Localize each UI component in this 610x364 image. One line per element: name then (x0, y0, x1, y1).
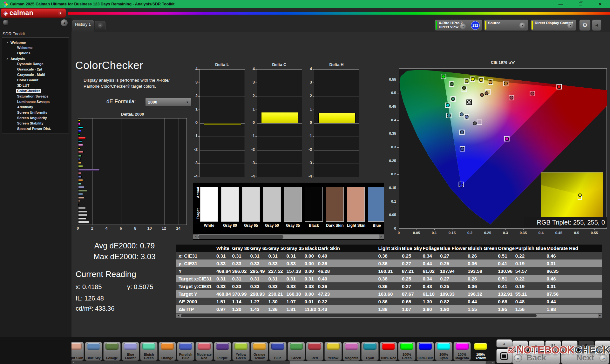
table-cell: 0.33 (286, 282, 304, 290)
record-button[interactable]: ● (595, 340, 610, 351)
close-button[interactable]: × (590, 0, 610, 8)
minimize-button[interactable]: — (551, 0, 571, 8)
sidebar-item-grayscale-multi[interactable]: Grayscale - Multi (2, 72, 69, 78)
collapse-panel-button[interactable]: ▲ (496, 339, 512, 347)
settings-button[interactable]: ⚙ (579, 19, 591, 31)
table-header: Gray 80 (231, 245, 249, 252)
patch-100-cyan[interactable]: 100% Cyan (435, 342, 452, 361)
patch-purplish-blue[interactable]: Purplish Blue (177, 342, 194, 361)
back-button[interactable]: « Back (512, 352, 560, 364)
sidebar-item-color-gamut[interactable]: Color Gamut (2, 78, 69, 83)
sidebar-item-screen-uniformity[interactable]: Screen Uniformity (2, 110, 69, 115)
continuous-button[interactable]: ∞ (562, 340, 578, 351)
tick-mark (397, 93, 399, 93)
patch-100-magenta[interactable]: 100% Magenta (453, 342, 471, 361)
meter-status-bar (436, 21, 437, 30)
stop-button[interactable]: ■ (512, 340, 528, 351)
chevron-down-icon[interactable]: ▼ (519, 23, 525, 29)
chevron-double-right-icon: » (600, 354, 607, 362)
patch-foliage[interactable]: Foliage (103, 342, 121, 361)
scroll-right-icon[interactable]: ► (598, 313, 602, 318)
patch-blue-sky[interactable]: Blue Sky (85, 342, 102, 361)
patch-orange[interactable]: Orange (159, 342, 176, 361)
scroll-right-icon[interactable]: ► (379, 234, 384, 239)
add-tab-button[interactable]: + (95, 21, 105, 30)
meter-dropdown[interactable]: X-Rite i1Pro 2Direct View ▼ 232 (435, 19, 482, 31)
sidebar-item-screen-stability[interactable]: Screen Stability (2, 121, 69, 126)
sidebar-item-welcome[interactable]: Welcome (2, 45, 69, 51)
sidebar-collapse-icon[interactable]: ◄ (61, 19, 68, 26)
patch-blue[interactable]: Blue (269, 342, 287, 361)
tree-expanded-icon[interactable] (6, 42, 8, 43)
patch-orange-yellow[interactable]: Orange Yellow (251, 342, 268, 361)
pattern-window-button[interactable] (496, 349, 512, 363)
tree-group-welcome[interactable]: Welcome (2, 40, 69, 45)
scroll-left-icon[interactable]: ◄ (176, 313, 180, 318)
table-cell: 86.35 (546, 267, 602, 275)
sidebar-item-colorchecker[interactable]: ColorChecker (2, 88, 69, 94)
table-cell: 0.36 (317, 260, 378, 267)
tick-mark (255, 123, 257, 123)
patch-yellow-green[interactable]: Yellow Green (232, 342, 250, 361)
scroll-left-icon[interactable]: ◄ (193, 234, 198, 239)
sidebar-item-grayscale-2pt[interactable]: Grayscale - 2pt (2, 67, 69, 72)
tree-expanded-icon[interactable] (6, 58, 8, 59)
patch-magenta[interactable]: Magenta (343, 342, 360, 361)
play-button[interactable]: ▶ (529, 340, 545, 351)
sidebar-item-dynamic-range[interactable]: Dynamic Range (2, 61, 69, 67)
patch-100-blue[interactable]: 100% Blue (417, 342, 434, 361)
scroll-left-icon[interactable]: ◄ (71, 361, 75, 364)
scrollbar-thumb[interactable] (181, 314, 537, 317)
patch-bluish-green[interactable]: Bluish Green (140, 342, 158, 361)
sidebar-item-spectral-power-dist-[interactable]: Spectral Power Dist. (2, 126, 69, 131)
swatch-strip-scrollbar[interactable]: ◄ ► (193, 234, 384, 239)
patch-label: Purple (217, 356, 228, 360)
chevron-down-icon[interactable]: ▼ (567, 23, 573, 29)
table-cell: 0.31 (268, 252, 286, 260)
meter-count-badge[interactable]: 232 (471, 21, 480, 30)
clear-button[interactable]: C (578, 340, 594, 351)
scrollbar-thumb[interactable] (198, 235, 283, 239)
table-cell: 0.31 (216, 275, 231, 282)
patch-100-red[interactable]: 100% Red (380, 342, 397, 361)
tab-history-1[interactable]: History 1 (72, 20, 94, 32)
source-dropdown[interactable]: Source ▼ (484, 19, 528, 31)
patch-red[interactable]: Red (306, 342, 323, 361)
panel-collapse-button[interactable]: ◀ (592, 19, 601, 31)
restore-button[interactable] (571, 0, 590, 8)
patch-scrollbar[interactable]: ◄ ► (71, 361, 495, 364)
display-control-dropdown[interactable]: Direct Display Control ▼ (531, 19, 576, 31)
de-formula-select[interactable]: 2000 ▼ (145, 98, 192, 106)
table-cell: 0.27 (439, 275, 467, 282)
scrollbar-thumb[interactable] (290, 361, 486, 364)
table-cell: 1.30 (422, 298, 439, 305)
table-cell: 1.81 (286, 305, 304, 313)
patch-moderate-red[interactable]: Moderate Red (195, 342, 213, 361)
chevron-down-icon[interactable]: ▼ (58, 10, 63, 16)
patch-blue-flower[interactable]: Blue Flower (122, 342, 139, 361)
next-button[interactable]: Next » (561, 352, 609, 364)
sidebar-item-saturation-sweeps[interactable]: Saturation Sweeps (2, 94, 69, 99)
table-cell: 0.27 (401, 260, 422, 267)
sidebar-item-3d-lut[interactable]: 3D LUT (2, 83, 69, 88)
patch-purple[interactable]: Purple (214, 342, 231, 361)
sidebar-item-additivity[interactable]: Additivity (2, 104, 69, 110)
record-indicator-icon[interactable] (3, 19, 9, 26)
tree-group-analysis[interactable]: Analysis (2, 56, 69, 61)
chevron-down-icon[interactable]: ▼ (460, 24, 466, 30)
patch-cyan[interactable]: Cyan (361, 342, 379, 361)
patch-light-skin[interactable]: Light Skin (71, 342, 84, 361)
pause-icon[interactable] (545, 340, 561, 351)
patch-green[interactable]: Green (288, 342, 305, 361)
sidebar-item-options[interactable]: Options (2, 51, 69, 56)
scroll-right-icon[interactable]: ► (491, 361, 495, 364)
patch-yellow[interactable]: Yellow (324, 342, 342, 361)
patch-100-yellow[interactable]: 100% Yellow (472, 342, 489, 361)
table-scrollbar[interactable]: ◄ ► (176, 313, 602, 318)
bar-100-yellow (78, 119, 81, 122)
sidebar-item-screen-angularity[interactable]: Screen Angularity (2, 115, 69, 121)
patch-100-green[interactable]: 100% Green (398, 342, 416, 361)
calman-menu-button[interactable]: ◈ calman ▼ (1, 8, 66, 18)
table-cell: 107.94 (439, 267, 467, 275)
sidebar-item-luminance-sweeps[interactable]: Luminance Sweeps (2, 99, 69, 104)
